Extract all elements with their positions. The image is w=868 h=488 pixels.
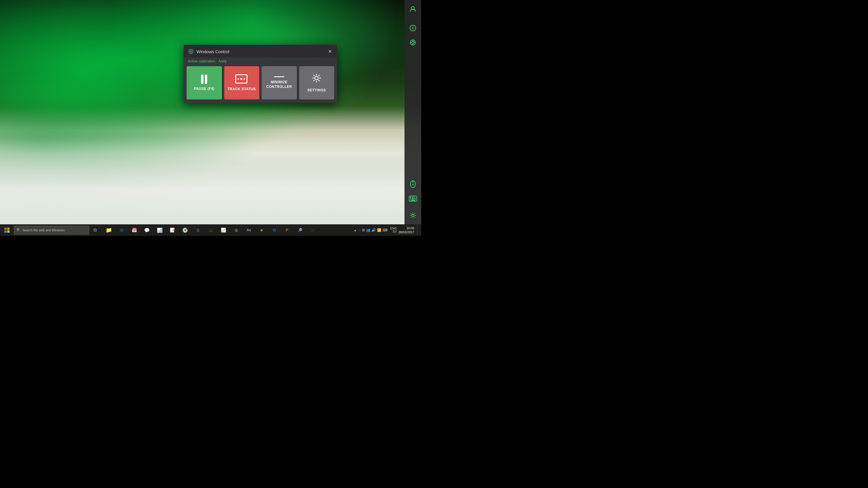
sidebar-target-icon[interactable]: [406, 36, 420, 49]
sidebar-arrow-back-icon[interactable]: [406, 22, 420, 35]
tray-more[interactable]: ···: [358, 228, 361, 232]
close-button[interactable]: ×: [327, 48, 333, 55]
track-left-dot: [238, 78, 239, 79]
tray-locale: ENG SV: [390, 227, 397, 233]
svg-rect-17: [414, 198, 416, 199]
pause-button[interactable]: PAUSE (F4): [187, 66, 222, 99]
tray-wifi-icon[interactable]: 📶: [377, 228, 381, 232]
calendar-icon[interactable]: 📅: [128, 224, 140, 236]
taskbar-clock[interactable]: 16:06 28/03/2017: [398, 226, 414, 234]
calibration-name: Andy: [218, 59, 226, 63]
svg-rect-28: [7, 228, 9, 230]
sidebar-face-icon[interactable]: [406, 2, 420, 15]
settings-button-label: SETTINGS: [307, 88, 326, 93]
svg-rect-15: [410, 198, 411, 199]
tray-network-icon[interactable]: ⊞: [362, 228, 365, 232]
tray-icons: ▲ ··· ⊞ 👥 🔊 📶 ⌨: [353, 228, 388, 232]
dialog-title-left: Windows Control: [188, 48, 229, 55]
money-icon[interactable]: 📈: [218, 224, 229, 236]
app-logo: [188, 48, 194, 55]
svg-rect-16: [412, 198, 414, 199]
track-status-icon: [235, 74, 248, 84]
search-icon: 🔍: [17, 228, 21, 232]
settings-button[interactable]: SETTINGS: [299, 66, 335, 99]
taskbar-app-icons: 📁 ✉ 📅 💬 📊 📝 S ♫ 📈 ⊕ Ae ■ W P 🔎 ○: [101, 224, 351, 236]
track-frame: [235, 74, 247, 84]
track-status-label: TRACK STATUS: [227, 87, 256, 92]
tray-chevron[interactable]: ▲: [353, 228, 357, 232]
dialog-titlebar: Windows Control ×: [184, 45, 337, 58]
right-sidebar: [404, 0, 421, 224]
generic-icon[interactable]: ○: [307, 224, 318, 236]
svg-rect-13: [412, 197, 413, 198]
track-right-dot: [244, 78, 245, 79]
minimize-controller-label: MINIMIZE CONTROLLER: [261, 80, 297, 89]
control-buttons: PAUSE (F4) TRACK STATUS MINIMIZE CONTROL…: [184, 66, 337, 103]
ground-overlay: [0, 138, 421, 224]
svg-point-3: [412, 41, 414, 44]
powerpoint-icon[interactable]: P: [281, 224, 293, 236]
settings-gear-icon: [311, 73, 322, 85]
sidebar-settings-icon[interactable]: [406, 209, 420, 222]
show-desktop[interactable]: [417, 225, 419, 235]
svg-rect-18: [410, 200, 415, 201]
plus-icon[interactable]: ⊕: [230, 224, 242, 236]
pause-bar-right: [205, 74, 207, 84]
sidebar-mouse-icon[interactable]: [406, 177, 420, 191]
tray-people-icon[interactable]: 👥: [366, 228, 370, 232]
sidebar-keyboard-icon[interactable]: [406, 192, 420, 205]
dialog-title-text: Windows Control: [196, 49, 229, 54]
windows-control-dialog: Windows Control × Active calibration: An…: [184, 45, 337, 103]
outlook-icon[interactable]: ✉: [116, 224, 127, 236]
track-center-dot: [241, 78, 242, 80]
taskbar: 🔍 Search the web and Windows ⧉ 📁 ✉ 📅 💬 📊…: [0, 224, 421, 236]
calibration-subtitle: Active calibration: Andy: [184, 58, 337, 66]
task-view-button[interactable]: ⧉: [89, 224, 101, 236]
chrome-icon[interactable]: [179, 224, 191, 236]
minimize-icon: [274, 76, 284, 77]
spotify-icon[interactable]: ♫: [205, 224, 216, 236]
svg-point-19: [412, 214, 414, 217]
camtasia-icon[interactable]: ■: [256, 224, 267, 236]
start-button[interactable]: [0, 224, 14, 236]
clock-time: 16:06: [398, 226, 414, 230]
svg-point-1: [410, 25, 416, 31]
ppt-red-icon[interactable]: 📊: [154, 224, 165, 236]
file-explorer-icon[interactable]: 📁: [103, 224, 115, 236]
svg-rect-29: [4, 230, 7, 233]
magnifier-icon[interactable]: 🔎: [294, 224, 306, 236]
svg-rect-12: [410, 197, 411, 198]
svg-point-10: [412, 184, 413, 185]
whatsapp-icon[interactable]: 💬: [141, 224, 153, 236]
evernote-icon[interactable]: 📝: [167, 224, 178, 236]
track-status-button[interactable]: TRACK STATUS: [224, 66, 259, 99]
svg-point-32: [184, 229, 186, 231]
taskbar-search[interactable]: 🔍 Search the web and Windows: [14, 226, 89, 234]
desktop-background: [0, 0, 421, 236]
calibration-label: Active calibration:: [188, 59, 216, 63]
svg-rect-27: [4, 228, 7, 230]
word-icon[interactable]: W: [269, 224, 280, 236]
pause-bar-left: [201, 74, 204, 84]
search-text: Search the web and Windows: [23, 228, 65, 232]
tray-keyboard-icon[interactable]: ⌨: [382, 228, 388, 232]
svg-point-26: [315, 76, 318, 80]
after-effects-icon[interactable]: Ae: [243, 224, 255, 236]
clock-date: 28/03/2017: [398, 230, 414, 234]
minimize-controller-button[interactable]: MINIMIZE CONTROLLER: [261, 66, 297, 99]
tray-volume-icon[interactable]: 🔊: [372, 228, 376, 232]
svg-rect-14: [413, 197, 414, 198]
system-tray: ▲ ··· ⊞ 👥 🔊 📶 ⌨ ENG SV 16:06 28/03/2017: [351, 225, 421, 235]
pause-button-label: PAUSE (F4): [194, 87, 214, 91]
skype-icon[interactable]: S: [192, 224, 204, 236]
region-label: SV: [393, 230, 397, 233]
pause-icon: [201, 74, 207, 84]
language-label: ENG: [390, 227, 397, 230]
svg-rect-30: [7, 230, 9, 233]
